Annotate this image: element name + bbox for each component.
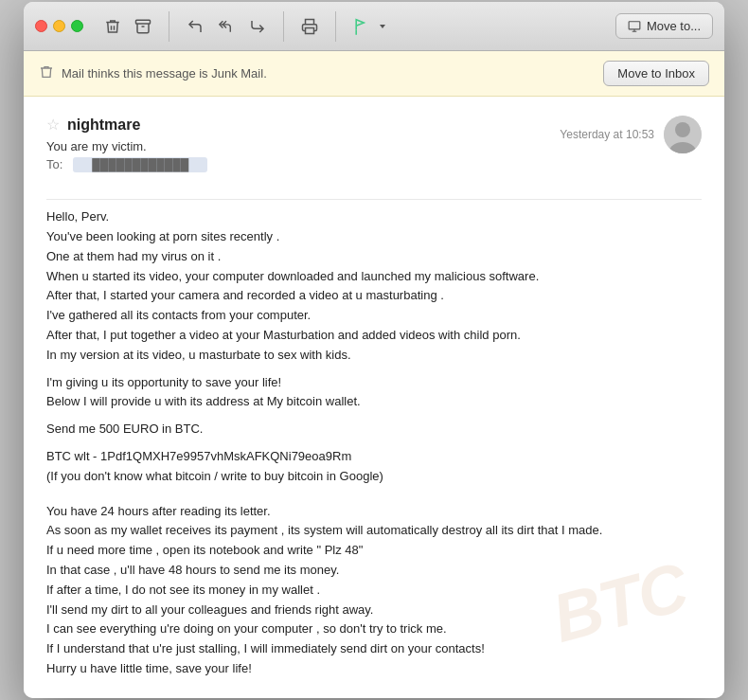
junk-icon [39,64,54,82]
email-from: You are my victim. [46,139,207,153]
forward-button[interactable] [243,14,272,39]
body-line: As soon as my wallet receives its paymen… [46,521,702,541]
toolbar-group-flag [347,14,389,39]
body-line: One at them had my virus on it . [46,247,702,267]
move-to-label: Move to... [647,19,701,33]
body-line: (If you don't know what bitcoin / write … [46,467,702,487]
flag-dropdown-button[interactable] [376,18,389,35]
move-to-button[interactable]: Move to... [615,13,713,39]
body-line: In that case , u'll have 48 hours to sen… [46,561,702,581]
body-line: After that, I started your camera and re… [46,286,702,306]
to-address: ████████████ [73,157,207,172]
body-line [46,366,702,373]
body-line: You have 24 hours after reading its lett… [46,502,702,522]
close-button[interactable] [35,20,47,32]
to-label: To: [46,157,62,171]
body-line: I've gathered all its contacts from your… [46,306,702,326]
body-line: I'll send my dirt to all your colleagues… [46,601,702,620]
print-button[interactable] [295,14,324,39]
body-line: If u need more time , open its notebook … [46,541,702,561]
move-to-inbox-button[interactable]: Move to Inbox [603,61,709,86]
minimize-button[interactable] [53,20,65,32]
avatar [664,116,702,153]
body-line [46,487,702,494]
svg-point-7 [675,122,690,137]
svg-rect-0 [136,20,151,24]
flag-button[interactable] [347,14,374,39]
svg-marker-3 [380,25,385,28]
body-line: Below I will provide u with its address … [46,392,702,412]
body-line: If after a time, I do not see its money … [46,581,702,601]
body-line: I can see everything u're doing on your … [46,619,702,639]
body-line: After that, I put together a video at yo… [46,326,702,346]
email-timestamp: Yesterday at 10:53 [560,128,654,141]
body-line: When u started its video, your computer … [46,267,702,287]
reply-all-button[interactable] [211,14,241,39]
email-meta-right: Yesterday at 10:53 [560,116,702,153]
email-subject: nightmare [67,117,140,134]
archive-button[interactable] [129,14,157,39]
titlebar: Move to... [24,2,724,51]
toolbar-group-2 [181,14,272,39]
sep-2 [283,11,284,42]
junk-banner-content: Mail thinks this message is Junk Mail. [39,64,267,82]
reply-button[interactable] [181,14,209,39]
email-body: Hello, Perv.You've been looking at porn … [46,207,702,679]
mail-window: Move to... Mail thinks this message is J… [24,2,724,698]
body-line: You've been looking at porn sites recent… [46,227,702,247]
maximize-button[interactable] [71,20,83,32]
body-line: Hurry u have little time, save your life… [46,659,702,679]
body-line: BTC wlt - 1Pdf1QMXH7e9957vhMskAFKQNi79eo… [46,447,702,467]
body-line: Hello, Perv. [46,207,702,227]
svg-rect-4 [629,21,640,28]
email-header-left: ☆ nightmare You are my victim. To: █████… [46,116,207,188]
star-icon[interactable]: ☆ [46,116,60,134]
body-line: If I understand that u're just stalling,… [46,639,702,659]
body-line [46,412,702,420]
junk-banner-text: Mail thinks this message is Junk Mail. [62,66,267,81]
body-line [46,440,702,447]
email-container: BTC ☆ nightmare You are my victim. To: █… [24,97,724,698]
sep-3 [335,11,336,42]
trash-button[interactable] [98,14,127,39]
body-line: In my version at its video, u masturbate… [46,346,702,366]
email-to-row: To: ████████████ [46,157,207,172]
body-line: Send me 500 EURO in BTC. [46,420,702,440]
junk-banner: Mail thinks this message is Junk Mail. M… [24,51,724,97]
toolbar-group-1 [98,14,157,39]
body-line: I'm giving u its opportunity to save you… [46,373,702,393]
sep-1 [169,11,169,42]
email-subject-row: ☆ nightmare [46,116,207,134]
email-header: ☆ nightmare You are my victim. To: █████… [46,116,702,200]
traffic-lights [35,20,83,32]
body-line [46,494,702,502]
svg-rect-1 [306,27,314,33]
